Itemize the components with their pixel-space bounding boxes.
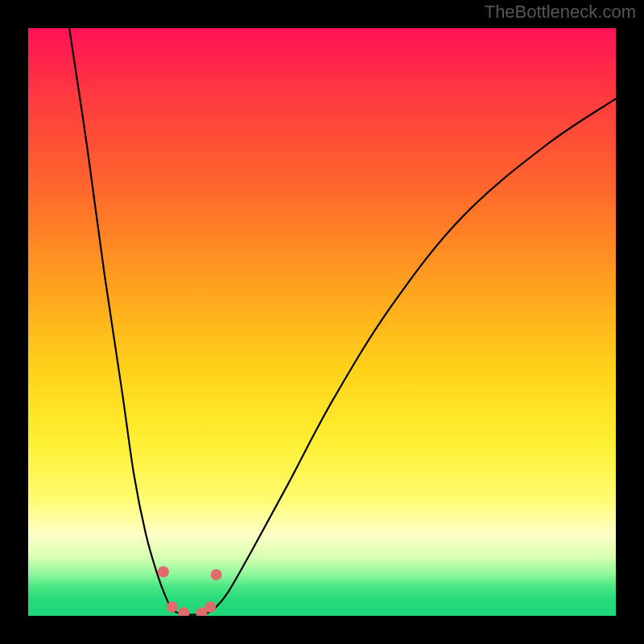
right-curve bbox=[213, 99, 616, 610]
highlight-dot bbox=[178, 607, 189, 616]
left-curve bbox=[69, 28, 172, 610]
chart-container: TheBottleneck.com bbox=[0, 0, 644, 644]
highlight-dot bbox=[158, 566, 169, 577]
highlight-dot bbox=[167, 601, 178, 613]
gradient-plot-area bbox=[28, 28, 616, 616]
highlight-dot bbox=[204, 601, 216, 613]
curve-layer bbox=[28, 28, 616, 616]
highlight-dot bbox=[211, 569, 222, 580]
watermark-text: TheBottleneck.com bbox=[485, 2, 636, 23]
highlight-dots bbox=[158, 566, 222, 616]
